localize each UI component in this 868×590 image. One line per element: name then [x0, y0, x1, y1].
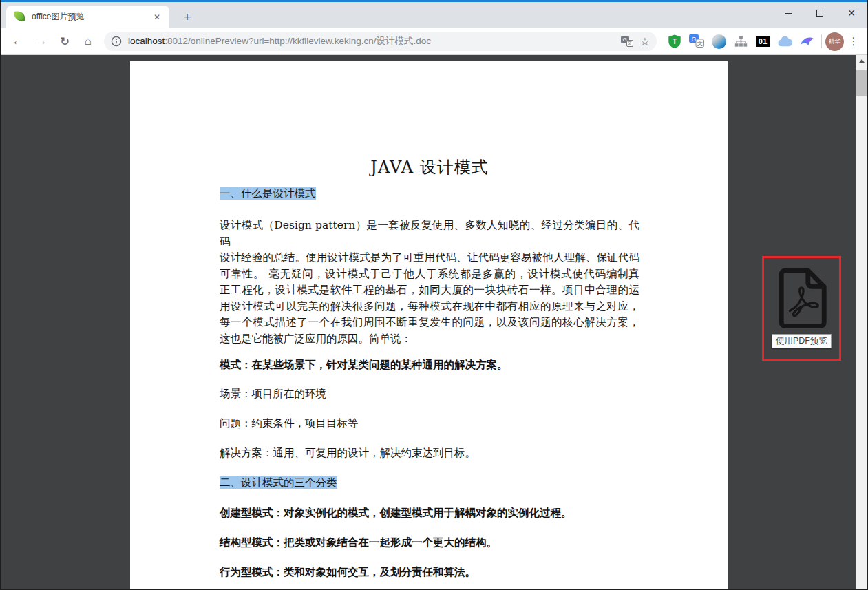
- svg-text:T: T: [673, 37, 677, 45]
- new-tab-button[interactable]: +: [178, 9, 196, 27]
- page-content-area: JAVA 设计模式 一、什么是设计模式 设计模式（Design pattern）…: [1, 55, 867, 589]
- extension-circle[interactable]: [709, 32, 728, 51]
- extension-translate[interactable]: G 文: [687, 32, 706, 51]
- url-path: :8012/onlinePreview?url=http://kkfilevie…: [165, 36, 431, 46]
- solution-line: 解决方案：通用、可复用的设计，解决约束达到目标。: [220, 447, 639, 459]
- pattern-definition-line: 模式：在某些场景下，针对某类问题的某种通用的解决方案。: [220, 359, 639, 370]
- problem-line: 问题：约束条件，项目目标等: [220, 418, 639, 430]
- scrollbar-thumb[interactable]: [856, 70, 867, 96]
- extension-cloud[interactable]: [775, 32, 794, 51]
- address-bar[interactable]: localhost:8012/onlinePreview?url=http://…: [104, 32, 657, 51]
- pdf-file-icon: [773, 267, 831, 329]
- extension-green-shield[interactable]: T: [665, 32, 684, 51]
- pdf-preview-button[interactable]: 使用PDF预览: [762, 256, 841, 361]
- home-button[interactable]: ⌂: [78, 32, 98, 51]
- sitemap-icon: [734, 35, 748, 48]
- browser-tab[interactable]: office图片预览 ✕: [6, 6, 169, 28]
- extension-sitemap[interactable]: [731, 32, 750, 51]
- forward-button[interactable]: →: [32, 32, 51, 51]
- scene-line: 场景：项目所在的环境: [220, 388, 639, 400]
- back-button[interactable]: ←: [8, 32, 28, 51]
- close-button[interactable]: ✕: [836, 2, 867, 24]
- svg-text:G: G: [691, 36, 696, 43]
- close-icon: ✕: [847, 8, 856, 18]
- paragraph-line: 设计模式（Design pattern）是一套被反复使用、多数人知晓的、经过分类…: [220, 218, 639, 250]
- scroll-up-icon: [859, 59, 865, 63]
- url-host: localhost: [128, 36, 165, 46]
- structural-line: 结构型模式：把类或对象结合在一起形成一个更大的结构。: [220, 536, 639, 548]
- shield-icon: T: [667, 34, 682, 49]
- browser-toolbar: ← → ↻ ⌂ localhost:8012/onlinePreview?url…: [1, 28, 867, 55]
- translate-icon: G 文: [689, 34, 704, 48]
- intro-paragraph: 设计模式（Design pattern）是一套被反复使用、多数人知晓的、经过分类…: [220, 218, 639, 347]
- window-controls: ✕: [772, 2, 867, 24]
- profile-avatar[interactable]: 精华: [825, 32, 844, 51]
- bookmark-star-icon[interactable]: ☆: [640, 35, 650, 48]
- pdf-preview-label: 使用PDF预览: [772, 334, 832, 348]
- chrome-menu-icon[interactable]: ⋮: [845, 32, 862, 51]
- vertical-scrollbar[interactable]: [856, 55, 867, 589]
- paragraph-line: 每一个模式描述了一个在我们周围不断重复发生的问题，以及该问题的核心解决方案，: [220, 315, 639, 331]
- counter-badge: 01: [756, 36, 769, 47]
- titlebar: office图片预览 ✕ + ✕: [1, 2, 867, 28]
- swirl-circle-icon: [712, 34, 726, 49]
- extension-01-counter[interactable]: 01: [753, 32, 772, 51]
- tab-close-icon[interactable]: ✕: [150, 11, 164, 23]
- toolbar-separator: [821, 34, 822, 48]
- extension-bird[interactable]: [797, 32, 816, 51]
- tab-title: office图片预览: [32, 11, 150, 23]
- paragraph-line: 正工程化，设计模式是软件工程的基石，如同大厦的一块块砖石一样。项目中合理的运: [220, 282, 639, 299]
- maximize-icon: [816, 10, 823, 17]
- reload-button[interactable]: ↻: [55, 32, 74, 51]
- page-info-icon[interactable]: [111, 36, 122, 47]
- paragraph-line: 设计经验的总结。使用设计模式是为了可重用代码、让代码更容易被他人理解、保证代码: [220, 250, 639, 266]
- scrollbar-up-button[interactable]: [856, 55, 867, 67]
- extensions-row: T G 文 01: [664, 32, 862, 51]
- paragraph-line: 可靠性。 毫无疑问，设计模式于己于他人于系统都是多赢的，设计模式使代码编制真: [220, 266, 639, 283]
- document-page: JAVA 设计模式 一、什么是设计模式 设计模式（Design pattern）…: [130, 61, 728, 589]
- paragraph-line: 用设计模式可以完美的解决很多问题，每种模式在现在中都有相应的原理来与之对应，: [220, 299, 639, 315]
- translate-page-icon[interactable]: G 文: [621, 36, 633, 47]
- minimize-button[interactable]: [772, 2, 804, 24]
- section-heading-2: 二、设计模式的三个分类: [220, 477, 639, 489]
- minimize-icon: [785, 13, 792, 14]
- bird-icon: [799, 34, 814, 48]
- browser-window: office图片预览 ✕ + ✕ ← → ↻ ⌂ localhost:8012/…: [0, 0, 868, 590]
- omnibox-actions: G 文 ☆: [621, 35, 650, 48]
- spring-leaf-favicon: [14, 11, 26, 23]
- document-title: JAVA 设计模式: [220, 156, 639, 178]
- cloud-icon: [777, 35, 793, 48]
- document-body: JAVA 设计模式 一、什么是设计模式 设计模式（Design pattern）…: [130, 61, 728, 589]
- url-text[interactable]: localhost:8012/onlinePreview?url=http://…: [128, 35, 621, 48]
- svg-text:文: 文: [697, 40, 703, 47]
- section-heading-1: 一、什么是设计模式: [220, 188, 639, 200]
- behavioral-line: 行为型模式：类和对象如何交互，及划分责任和算法。: [220, 566, 639, 578]
- paragraph-line: 这也是它能被广泛应用的原因。简单说：: [220, 331, 639, 348]
- translate-wen-glyph: 文: [626, 40, 633, 47]
- creational-line: 创建型模式：对象实例化的模式，创建型模式用于解耦对象的实例化过程。: [220, 507, 639, 518]
- maximize-button[interactable]: [804, 2, 836, 24]
